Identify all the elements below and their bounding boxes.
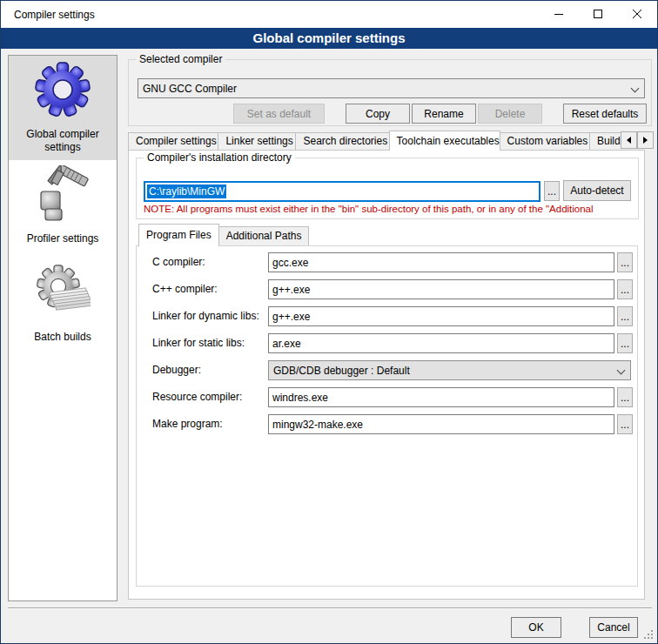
browse-directory-button[interactable]: ... xyxy=(544,181,560,201)
close-button[interactable] xyxy=(618,1,657,28)
compiler-tab-strip: Compiler settings Linker settings Search… xyxy=(128,131,621,151)
cpp-compiler-input[interactable] xyxy=(268,279,614,299)
ellipsis-icon: ... xyxy=(547,185,556,198)
installation-directory-group: Compiler's installation directory C:\ray… xyxy=(136,158,639,219)
arrow-left-icon xyxy=(627,137,631,144)
field-label: Debugger: xyxy=(152,360,201,380)
field-row: Make program: ... xyxy=(137,414,637,434)
compiler-select-value: GNU GCC Compiler xyxy=(143,83,237,95)
debugger-select-value: GDB/CDB debugger : Default xyxy=(273,365,410,377)
sidebar-item-profiler-settings[interactable]: Profiler settings xyxy=(9,160,117,245)
button-label: Reset defaults xyxy=(572,108,639,120)
button-label: Cancel xyxy=(597,621,629,634)
button-label: Auto-detect xyxy=(570,184,623,197)
button-label: Set as default xyxy=(247,108,311,120)
ellipsis-icon: ... xyxy=(621,338,629,350)
ellipsis-icon: ... xyxy=(621,392,629,404)
sidebar-item-label: Batch builds xyxy=(30,331,94,344)
tab-toolchain-executables[interactable]: Toolchain executables xyxy=(389,131,500,151)
field-label: Linker for static libs: xyxy=(152,333,245,353)
dynamic-linker-input[interactable] xyxy=(268,306,614,326)
chevron-down-icon xyxy=(631,84,640,93)
maximize-icon xyxy=(594,10,603,19)
toolchain-executables-page: Compiler's installation directory C:\ray… xyxy=(128,150,645,600)
delete-button[interactable]: Delete xyxy=(478,104,542,124)
c-compiler-input[interactable] xyxy=(268,252,614,272)
ellipsis-icon: ... xyxy=(621,419,629,431)
field-row: C++ compiler: ... xyxy=(137,279,637,299)
selected-compiler-group: Selected compiler GNU GCC Compiler Set a… xyxy=(128,59,652,126)
set-as-default-button[interactable]: Set as default xyxy=(233,104,325,124)
button-label: Copy xyxy=(366,108,390,120)
group-label: Selected compiler xyxy=(136,53,225,65)
button-label: Delete xyxy=(495,108,526,120)
cancel-button[interactable]: Cancel xyxy=(589,617,638,638)
page-title: Global compiler settings xyxy=(1,28,657,49)
tab-scroll-right-button[interactable] xyxy=(637,131,654,149)
subtab-additional-paths[interactable]: Additional Paths xyxy=(218,226,310,245)
debugger-select[interactable]: GDB/CDB debugger : Default xyxy=(268,360,631,380)
auto-detect-button[interactable]: Auto-detect xyxy=(563,180,631,201)
close-icon xyxy=(633,10,642,19)
resource-compiler-input[interactable] xyxy=(268,387,614,407)
field-row: Debugger: GDB/CDB debugger : Default xyxy=(137,360,637,380)
caption-buttons xyxy=(540,1,657,28)
field-label: Make program: xyxy=(152,414,223,434)
reset-defaults-button[interactable]: Reset defaults xyxy=(563,104,647,124)
rename-button[interactable]: Rename xyxy=(412,104,476,124)
group-label: Compiler's installation directory xyxy=(144,151,295,164)
field-label: Linker for dynamic libs: xyxy=(152,306,259,326)
tab-linker-settings[interactable]: Linker settings xyxy=(218,132,296,150)
sidebar-item-global-compiler-settings[interactable]: Global compiler settings xyxy=(9,56,117,160)
browse-dynamic-linker-button[interactable]: ... xyxy=(617,306,633,326)
browse-c-compiler-button[interactable]: ... xyxy=(617,252,633,272)
ellipsis-icon: ... xyxy=(621,257,629,269)
installation-directory-input[interactable]: C:\raylib\MinGW xyxy=(144,181,540,202)
field-label: C++ compiler: xyxy=(152,279,218,299)
field-row: Linker for dynamic libs: ... xyxy=(137,306,637,326)
sidebar-item-batch-builds[interactable]: Batch builds xyxy=(9,258,117,344)
titlebar[interactable]: Compiler settings xyxy=(1,1,657,28)
caliper-icon xyxy=(35,165,91,221)
sidebar-item-label: Profiler settings xyxy=(24,232,103,245)
compiler-select[interactable]: GNU GCC Compiler xyxy=(138,78,645,98)
browse-cpp-compiler-button[interactable]: ... xyxy=(617,279,633,299)
gray-gear-stack-icon xyxy=(35,264,91,319)
subtab-program-files[interactable]: Program Files xyxy=(138,224,219,246)
window-title: Compiler settings xyxy=(1,9,95,21)
field-row: C compiler: ... xyxy=(137,252,637,272)
compiler-settings-dialog: Compiler settings Global compiler settin… xyxy=(0,0,658,644)
settings-category-list: Global compiler settings Profiler settin… xyxy=(8,55,118,601)
selected-path-text: C:\raylib\MinGW xyxy=(147,184,226,198)
browse-make-program-button[interactable]: ... xyxy=(617,414,633,434)
program-files-page: C compiler: ... C++ compiler: ... Linker… xyxy=(136,245,638,587)
minimize-button[interactable] xyxy=(540,1,579,28)
footer-separator xyxy=(8,607,652,609)
arrow-right-icon xyxy=(643,137,648,144)
copy-button[interactable]: Copy xyxy=(346,104,410,124)
button-label: OK xyxy=(528,621,543,634)
make-program-input[interactable] xyxy=(268,414,614,434)
field-label: Resource compiler: xyxy=(152,387,242,407)
ellipsis-icon: ... xyxy=(621,311,629,323)
tab-build-options[interactable]: Build options xyxy=(589,132,621,150)
field-row: Linker for static libs: ... xyxy=(137,333,637,353)
tab-compiler-settings[interactable]: Compiler settings xyxy=(128,132,218,150)
browse-static-linker-button[interactable]: ... xyxy=(617,333,633,353)
field-label: C compiler: xyxy=(152,252,205,272)
field-row: Resource compiler: ... xyxy=(137,387,637,407)
ellipsis-icon: ... xyxy=(621,284,629,296)
ok-button[interactable]: OK xyxy=(511,617,561,638)
tab-search-directories[interactable]: Search directories xyxy=(295,132,389,150)
static-linker-input[interactable] xyxy=(268,333,614,353)
tab-scroll-left-button[interactable] xyxy=(621,131,637,149)
chevron-down-icon xyxy=(617,366,626,375)
subtab-strip: Program Files Additional Paths xyxy=(138,224,308,246)
blue-gear-icon xyxy=(35,61,91,117)
maximize-button[interactable] xyxy=(579,1,618,28)
resize-grip[interactable] xyxy=(644,630,655,641)
tab-custom-variables[interactable]: Custom variables xyxy=(500,132,590,150)
browse-resource-compiler-button[interactable]: ... xyxy=(617,387,633,407)
note-text: NOTE: All programs must exist either in … xyxy=(144,204,633,214)
sidebar-item-label: Global compiler settings xyxy=(9,128,117,154)
